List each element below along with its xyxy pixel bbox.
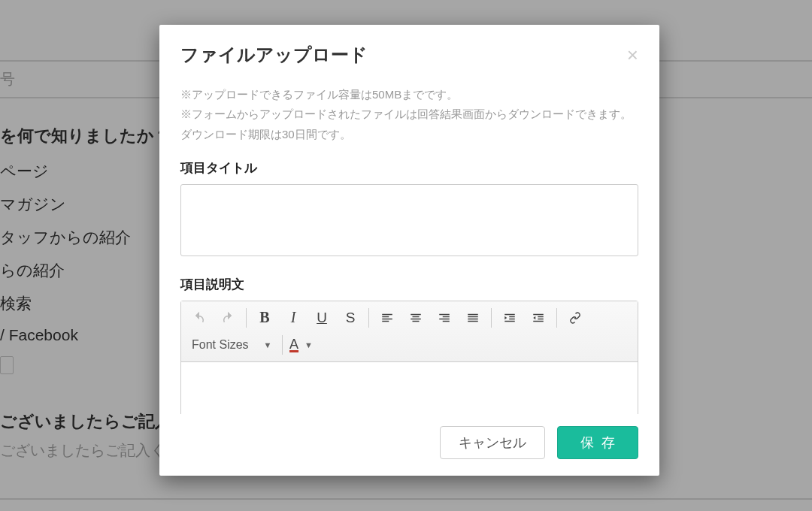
align-justify-icon[interactable] bbox=[459, 306, 486, 330]
link-icon[interactable] bbox=[562, 306, 589, 330]
align-center-icon[interactable] bbox=[402, 306, 429, 330]
file-upload-modal: ファイルアップロード × ※アップロードできるファイル容量は50MBまでです。 … bbox=[159, 25, 659, 476]
cancel-label: キャンセル bbox=[459, 434, 526, 452]
help-text: ※アップロードできるファイル容量は50MBまでです。 ※フォームからアップロード… bbox=[180, 85, 638, 144]
align-left-icon[interactable] bbox=[374, 306, 401, 330]
help-line: ※アップロードできるファイル容量は50MBまでです。 bbox=[180, 85, 638, 104]
chevron-down-icon: ▼ bbox=[264, 340, 272, 349]
help-line: ※フォームからアップロードされたファイルは回答結果画面からダウンロードできます。… bbox=[180, 104, 638, 144]
font-size-select[interactable]: Font Sizes ▼ bbox=[186, 333, 277, 357]
align-right-icon[interactable] bbox=[431, 306, 458, 330]
rte-content-area[interactable] bbox=[181, 362, 638, 414]
save-button[interactable]: 保存 bbox=[557, 426, 638, 459]
field-desc-label: 項目説明文 bbox=[180, 276, 638, 293]
modal-title: ファイルアップロード bbox=[180, 43, 368, 67]
close-icon[interactable]: × bbox=[627, 45, 638, 65]
undo-icon[interactable] bbox=[186, 306, 213, 330]
strikethrough-icon[interactable]: S bbox=[337, 306, 364, 330]
redo-icon[interactable] bbox=[214, 306, 241, 330]
rich-text-editor: B I U S bbox=[180, 301, 638, 414]
field-title-input[interactable] bbox=[180, 184, 638, 256]
modal-body: ※アップロードできるファイル容量は50MBまでです。 ※フォームからアップロード… bbox=[159, 82, 659, 414]
font-size-label: Font Sizes bbox=[192, 338, 249, 352]
field-title-label: 項目タイトル bbox=[180, 159, 638, 177]
modal-footer: キャンセル 保存 bbox=[159, 414, 659, 476]
text-color-button[interactable]: A ▼ bbox=[287, 333, 314, 357]
rte-toolbar: B I U S bbox=[181, 301, 638, 362]
chevron-down-icon: ▼ bbox=[304, 340, 313, 349]
bold-icon[interactable]: B bbox=[251, 306, 278, 330]
modal-header: ファイルアップロード × bbox=[159, 25, 659, 82]
underline-icon[interactable]: U bbox=[308, 306, 335, 330]
indent-icon[interactable] bbox=[496, 306, 523, 330]
save-label: 保存 bbox=[580, 434, 623, 452]
outdent-icon[interactable] bbox=[525, 306, 552, 330]
cancel-button[interactable]: キャンセル bbox=[440, 426, 545, 459]
italic-icon[interactable]: I bbox=[280, 306, 307, 330]
